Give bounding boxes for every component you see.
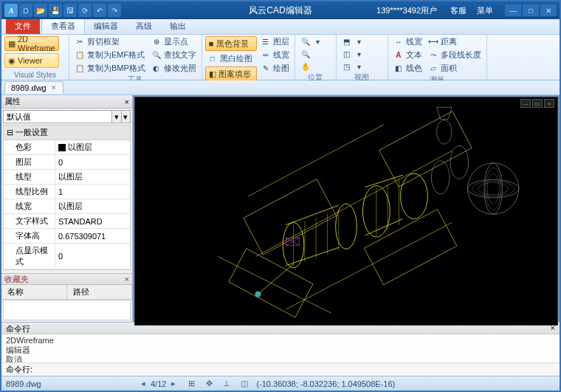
find-text-button[interactable]: 🔍查找文字 — [149, 49, 199, 61]
gradient-button[interactable]: ◧图案填形 — [205, 66, 257, 81]
group-visual-styles: Visual Styles — [4, 71, 66, 80]
prop-row-color[interactable]: 色彩以图层 — [4, 140, 130, 155]
tab-advanced[interactable]: 高级 — [127, 18, 161, 34]
prop-row-ltscale[interactable]: 线型比例1 — [4, 185, 130, 199]
vs-2d-label: 2D Wireframe — [18, 35, 55, 52]
prop-row-pointmode[interactable]: 点显示模式0 — [4, 244, 130, 269]
point-icon: ⊕ — [151, 37, 162, 47]
hand-icon: ✋ — [300, 61, 311, 72]
page-next-icon[interactable]: ▸ — [168, 378, 179, 390]
pos-zoom-out[interactable]: 🔍 — [298, 48, 326, 60]
qat-refresh-icon[interactable]: ⟳ — [78, 4, 92, 17]
drawing-canvas[interactable] — [135, 97, 557, 325]
qat-save-icon[interactable]: 💾 — [49, 4, 62, 17]
pos-zoom-in[interactable]: 🔍▾ — [298, 35, 326, 47]
status-btn-1[interactable]: ⊞ — [185, 378, 197, 390]
view-front[interactable]: ◫▾ — [340, 48, 367, 60]
svg-point-28 — [437, 120, 452, 145]
fav-col-name[interactable]: 名称 — [1, 285, 67, 299]
qat-saveas-icon[interactable]: 🖫 — [63, 4, 77, 17]
dropdown-button[interactable]: ▾ — [111, 111, 121, 123]
status-bar: 8989.dwg ◂ 4/12 ▸ ⊞ ✥ ⊥ ◫ (-10.36038; -8… — [1, 376, 560, 391]
layers-icon: ☰ — [261, 37, 271, 47]
polylen-button[interactable]: ⤳多段线长度 — [426, 49, 483, 61]
prop-row-linetype[interactable]: 线型以图层 — [4, 170, 130, 185]
copy-icon: 📋 — [75, 63, 85, 74]
modify-xref-button[interactable]: ◐修改光照 — [149, 62, 199, 75]
fav-col-path[interactable]: 路径 — [67, 285, 133, 299]
panel-close-icon[interactable]: × — [125, 97, 129, 106]
status-btn-2[interactable]: ✥ — [203, 378, 215, 390]
prop-section-general[interactable]: ⊟ 一般设置 — [4, 125, 130, 140]
favorites-header[interactable]: 收藏夹× — [1, 273, 132, 285]
area-button[interactable]: ▱面积 — [426, 62, 483, 75]
tab-view[interactable]: 查看器 — [41, 18, 85, 34]
command-input-row: 命令行: — [1, 362, 560, 376]
distance-button[interactable]: ⟷距离 — [426, 35, 483, 48]
cmd-log-line: 取消 — [6, 355, 555, 362]
draw-button[interactable]: ✎绘图 — [258, 62, 292, 75]
command-input[interactable] — [35, 365, 555, 374]
prop-row-layer[interactable]: 图层0 — [4, 155, 130, 170]
menu-link[interactable]: 菜单 — [474, 4, 496, 18]
text-button[interactable]: A文本 — [391, 49, 424, 61]
dropdown-button-2[interactable]: ▾ — [121, 111, 131, 123]
tab-editor[interactable]: 编辑器 — [85, 18, 127, 34]
gradient-icon: ◧ — [209, 69, 216, 79]
title-bar: A 🗋 📂 💾 🖫 ⟳ ↶ ↷ 风云CAD编辑器 139****3492用户 客… — [1, 1, 560, 19]
panel-close-icon[interactable]: × — [125, 275, 129, 283]
svg-rect-5 — [244, 179, 337, 255]
status-btn-3[interactable]: ⊥ — [221, 378, 233, 390]
minimize-button[interactable]: — — [505, 4, 521, 16]
show-points-button[interactable]: ⊕显示点 — [149, 35, 199, 48]
tab-output[interactable]: 输出 — [161, 18, 195, 34]
favorites-body — [3, 300, 131, 320]
visual-style-2d-wireframe[interactable]: ▦2D Wireframe — [4, 36, 59, 51]
viewport[interactable]: — ▭ × — [134, 97, 558, 326]
favorites-columns: 名称 路径 — [1, 285, 132, 300]
prop-row-lineweight[interactable]: 线宽以图层 — [4, 199, 130, 214]
qat-undo-icon[interactable]: ↶ — [93, 4, 106, 17]
bg-white-button[interactable]: □黑白绘图 — [205, 52, 257, 65]
svg-point-29 — [472, 181, 514, 196]
qat-open-icon[interactable]: 📂 — [34, 4, 47, 17]
cube-icon: ◉ — [8, 56, 16, 66]
status-iso-icon[interactable]: ◫ — [238, 378, 250, 390]
svg-point-34 — [255, 291, 261, 297]
close-button[interactable]: ✕ — [540, 4, 557, 16]
properties-header: 属性 × — [1, 95, 132, 109]
area-icon: ▱ — [428, 63, 438, 74]
command-log: 2DWireframe 编辑器 取消 — [1, 334, 560, 362]
layer-button[interactable]: ☰图层 — [258, 35, 292, 48]
copy-emf-button[interactable]: 📋复制为EMF格式 — [72, 49, 148, 61]
bg-black-button[interactable]: ■黑色背景 — [205, 36, 257, 51]
pos-pan[interactable]: ✋ — [298, 61, 326, 72]
svg-point-27 — [484, 163, 503, 214]
maximize-button[interactable]: □ — [523, 4, 539, 16]
tab-file[interactable]: 文件 — [6, 18, 40, 34]
clip-frame-button[interactable]: ✂剪切框架 — [72, 35, 148, 48]
prop-row-textheight[interactable]: 字体高0.675309071 — [4, 229, 130, 244]
properties-filter-input[interactable] — [4, 111, 111, 123]
prop-row-textstyle[interactable]: 文字样式STANDARD — [4, 214, 130, 229]
lineweight-button[interactable]: ═线宽 — [258, 49, 292, 61]
linewidth-button[interactable]: ↔线宽 — [391, 35, 424, 48]
app-icon[interactable]: A — [4, 4, 18, 17]
copy-bmp-button[interactable]: 📋复制为BMP格式 — [72, 62, 148, 75]
properties-filter-dropdown[interactable]: ▾ ▾ — [3, 110, 131, 123]
svg-point-26 — [467, 179, 518, 198]
black-bg-icon: ■ — [209, 39, 214, 48]
page-prev-icon[interactable]: ◂ — [137, 378, 149, 390]
qat-redo-icon[interactable]: ↷ — [108, 4, 121, 17]
qat-new-icon[interactable]: 🗋 — [19, 4, 32, 17]
svg-point-25 — [467, 163, 518, 214]
svg-point-32 — [487, 173, 499, 204]
doc-tab-close-icon[interactable]: ✕ — [51, 84, 57, 92]
doc-tab[interactable]: 8989.dwg ✕ — [4, 81, 63, 94]
linecolor-button[interactable]: ◧线色 — [391, 62, 424, 75]
support-link[interactable]: 客服 — [447, 4, 469, 18]
visual-style-3d-viewer[interactable]: ◉Viewer — [4, 53, 59, 68]
view-iso[interactable]: ◳▾ — [340, 61, 367, 72]
quick-access-toolbar: A 🗋 📂 💾 🖫 ⟳ ↶ ↷ — [1, 4, 124, 17]
view-top[interactable]: ⬒▾ — [340, 35, 367, 47]
